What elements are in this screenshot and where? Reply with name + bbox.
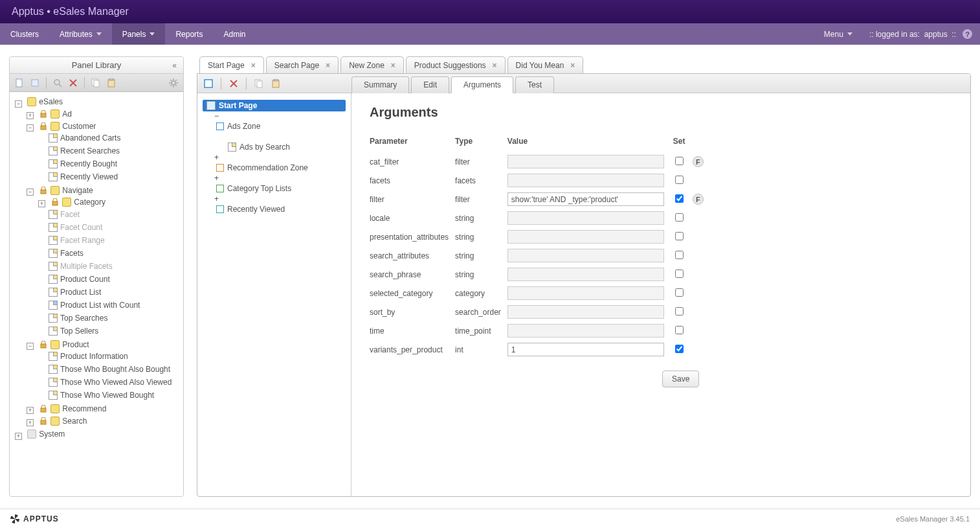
close-icon[interactable]: ×: [391, 61, 395, 70]
menu-panels[interactable]: Panels: [112, 23, 166, 45]
arg-set-checkbox[interactable]: [675, 157, 684, 165]
subtab-arguments[interactable]: Arguments: [451, 76, 513, 93]
arg-value-input[interactable]: [507, 174, 664, 187]
arg-value-input[interactable]: [507, 268, 664, 281]
filter-badge-icon[interactable]: F: [693, 156, 704, 167]
arg-set-checkbox[interactable]: [675, 232, 684, 240]
help-icon[interactable]: ?: [963, 29, 972, 39]
paste-icon[interactable]: [270, 78, 282, 89]
expand-toggle[interactable]: −: [27, 189, 34, 196]
arg-set-checkbox[interactable]: [675, 176, 684, 184]
tree-item[interactable]: Abandoned Carts: [47, 133, 122, 143]
expand-toggle[interactable]: −: [27, 124, 34, 132]
tree-item[interactable]: Recent Searches: [47, 146, 121, 156]
tree-item[interactable]: Those Who Bought Also Bought: [47, 364, 172, 374]
arg-set-checkbox[interactable]: [675, 326, 684, 334]
arg-set-checkbox[interactable]: [675, 307, 684, 316]
tree-item[interactable]: Top Sellers: [47, 326, 100, 336]
arg-value-input[interactable]: [507, 155, 664, 168]
subtab-edit[interactable]: Edit: [411, 76, 449, 93]
new-zone-icon[interactable]: [29, 77, 41, 89]
panel-tree[interactable]: − eSales + Ad: [10, 92, 183, 496]
arg-value-input[interactable]: [507, 305, 664, 319]
arg-set-checkbox[interactable]: [675, 288, 684, 297]
save-button[interactable]: Save: [662, 371, 699, 387]
tree-item[interactable]: Facet Count: [47, 222, 104, 233]
tree-item[interactable]: Top Searches: [47, 313, 109, 323]
navtree-category-top-lists[interactable]: Category Top Lists: [214, 183, 346, 194]
tree-product[interactable]: Product: [38, 339, 90, 350]
arg-value-input[interactable]: [507, 230, 664, 244]
new-doc-icon[interactable]: [14, 77, 25, 89]
tree-item[interactable]: Product List: [47, 287, 102, 297]
delete-icon[interactable]: [228, 78, 239, 89]
close-icon[interactable]: ×: [251, 61, 256, 70]
delete-icon[interactable]: [67, 77, 79, 89]
tree-esales[interactable]: eSales: [26, 97, 64, 107]
tree-item[interactable]: Facets: [47, 248, 85, 258]
navtree-recommendation-zone[interactable]: Recommendation Zone: [214, 162, 346, 174]
arg-set-checkbox[interactable]: [675, 213, 684, 222]
navtree-start-page[interactable]: Start Page: [203, 100, 346, 111]
expand-toggle[interactable]: −: [15, 100, 22, 108]
gear-icon[interactable]: [168, 77, 179, 89]
expand-toggle[interactable]: +: [27, 112, 34, 119]
new-zone-icon[interactable]: [203, 78, 214, 89]
menu-clusters[interactable]: Clusters: [0, 23, 49, 45]
tree-recommend[interactable]: Recommend: [38, 404, 107, 414]
close-icon[interactable]: ×: [326, 61, 330, 70]
expand-toggle[interactable]: +: [27, 407, 34, 414]
menu-attributes[interactable]: Attributes: [49, 23, 112, 45]
arg-value-input[interactable]: [507, 343, 664, 356]
tree-item[interactable]: Recently Viewed: [47, 172, 119, 182]
arg-value-input[interactable]: [507, 211, 664, 225]
tree-item[interactable]: Multiple Facets: [47, 261, 114, 271]
tree-item[interactable]: Facet Range: [47, 235, 106, 246]
tree-item[interactable]: Facet: [47, 209, 81, 220]
menu-dropdown[interactable]: Menu: [814, 30, 863, 39]
tree-item[interactable]: Product Information: [47, 351, 129, 362]
tab-product-suggestions[interactable]: Product Suggestions×: [406, 56, 506, 73]
copy-icon[interactable]: [253, 78, 265, 89]
tab-new-zone[interactable]: New Zone×: [340, 56, 404, 73]
navtree-ads-by-search[interactable]: Ads by Search: [226, 141, 346, 153]
arg-value-input[interactable]: [507, 286, 664, 300]
paste-icon[interactable]: [106, 77, 117, 89]
tree-item[interactable]: Product Count: [47, 274, 111, 284]
tree-item[interactable]: Those Who Viewed Bought: [47, 390, 155, 400]
arg-set-checkbox[interactable]: [675, 270, 684, 278]
navtree-recently-viewed[interactable]: Recently Viewed: [214, 203, 346, 215]
expand-toggle[interactable]: −: [27, 343, 34, 350]
arg-set-checkbox[interactable]: [675, 345, 684, 353]
subtab-test[interactable]: Test: [515, 76, 554, 93]
nav-tree-pane[interactable]: Start Page − Ads Zone: [197, 93, 351, 496]
expand-toggle[interactable]: +: [214, 174, 219, 183]
arg-value-input[interactable]: [507, 324, 664, 338]
tree-item[interactable]: Product List with Count: [47, 300, 141, 310]
expand-toggle[interactable]: +: [38, 200, 45, 207]
expand-toggle[interactable]: −: [214, 111, 219, 121]
tree-item[interactable]: Those Who Viewed Also Viewed: [47, 377, 173, 387]
expand-toggle[interactable]: +: [15, 433, 22, 440]
filter-badge-icon[interactable]: F: [693, 194, 704, 205]
collapse-icon[interactable]: «: [172, 61, 177, 70]
arg-value-input[interactable]: [507, 249, 664, 262]
tree-navigate[interactable]: Navigate: [38, 185, 94, 196]
navtree-ads-zone[interactable]: Ads Zone: [214, 121, 346, 132]
arg-set-checkbox[interactable]: [675, 251, 684, 259]
arg-set-checkbox[interactable]: [675, 194, 684, 203]
close-icon[interactable]: ×: [493, 61, 497, 70]
tree-search[interactable]: Search: [38, 416, 88, 426]
tree-system[interactable]: System: [26, 429, 66, 439]
tab-did-you-mean[interactable]: Did You Mean×: [507, 56, 584, 73]
tree-ad[interactable]: Ad: [38, 109, 73, 119]
menu-reports[interactable]: Reports: [165, 23, 213, 45]
copy-icon[interactable]: [90, 77, 102, 89]
tree-customer[interactable]: Customer: [38, 121, 97, 132]
expand-toggle[interactable]: +: [214, 153, 219, 162]
expand-toggle[interactable]: +: [214, 194, 219, 203]
tab-start-page[interactable]: Start Page×: [199, 56, 264, 73]
arg-value-input[interactable]: [507, 192, 664, 206]
expand-toggle[interactable]: +: [27, 419, 34, 426]
search-icon[interactable]: [52, 77, 63, 89]
